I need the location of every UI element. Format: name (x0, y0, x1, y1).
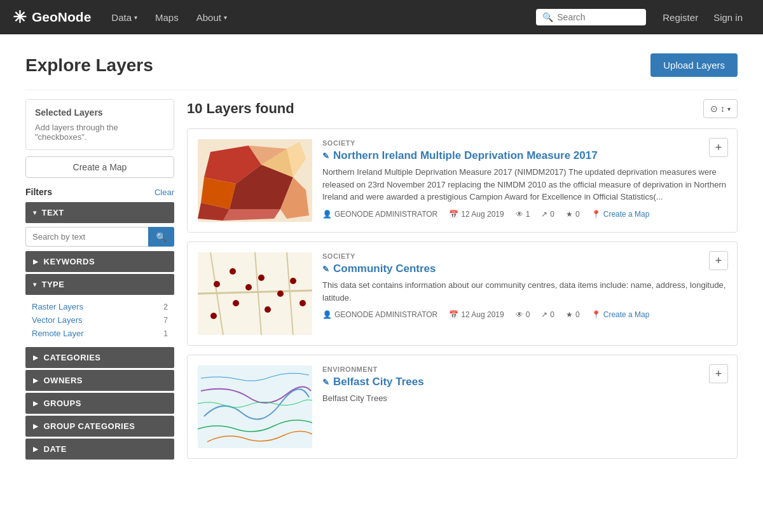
create-map-button[interactable]: Create a Map (25, 156, 174, 178)
keywords-filter-header[interactable]: ▶ KEYWORDS (25, 251, 174, 272)
svg-point-17 (245, 284, 252, 290)
create-map-link-1[interactable]: Create a Map (603, 210, 650, 219)
type-filter-item-raster: Raster Layers 2 (25, 300, 174, 313)
text-search-input[interactable] (25, 227, 148, 247)
map-pin-icon: 📍 (591, 210, 601, 219)
sort-order-icon: ↕ (720, 104, 725, 114)
signin-link[interactable]: Sign in (706, 12, 750, 23)
text-filter-label: TEXT (42, 208, 64, 217)
add-layer-button-2[interactable]: + (709, 251, 728, 270)
selected-layers-desc: Add layers through the "checkboxes". (35, 123, 165, 142)
search-icon: 🔍 (542, 12, 553, 22)
register-link[interactable]: Register (655, 12, 706, 23)
type-filter-header[interactable]: ▾ TYPE (25, 274, 174, 295)
calendar-icon: 📅 (449, 210, 458, 219)
layer-shares: ↗ 0 (541, 210, 554, 219)
sort-chevron-icon: ▾ (727, 106, 731, 113)
raster-layers-link[interactable]: Raster Layers (32, 302, 83, 311)
text-filter-section: ▾ TEXT 🔍 (25, 202, 174, 249)
remote-layer-link[interactable]: Remote Layer (32, 329, 84, 338)
results-count: 10 Layers found (187, 100, 294, 117)
owners-filter-arrow-icon: ▶ (33, 377, 39, 384)
page-title: Explore Layers (25, 55, 153, 76)
edit-icon: ✎ (322, 264, 329, 274)
owners-filter-label: OWNERS (44, 376, 83, 385)
sort-button[interactable]: ⊙ ↕ ▾ (703, 99, 738, 118)
layer-title[interactable]: ✎ Northern Ireland Multiple Deprivation … (322, 149, 727, 162)
vector-layers-count: 7 (163, 316, 168, 325)
group-categories-filter-section: ▶ GROUP CATEGORIES (25, 416, 174, 437)
star-icon: ★ (566, 310, 573, 319)
layer-card: SOCIETY ✎ Northern Ireland Multiple Depr… (187, 128, 738, 233)
add-layer-button-1[interactable]: + (709, 138, 728, 157)
layer-category: SOCIETY (322, 252, 727, 260)
nav-about[interactable]: About ▾ (188, 0, 236, 34)
layer-title[interactable]: ✎ Community Centres (322, 263, 727, 275)
layer-author: 👤 GEONODE ADMINISTRATOR (322, 210, 437, 219)
layer-card: ENVIRONMENT ✎ Belfast City Trees Belfast… (187, 355, 738, 459)
layer-info: SOCIETY ✎ Community Centres This data se… (322, 252, 727, 335)
add-layer-button-3[interactable]: + (709, 364, 728, 383)
categories-filter-header[interactable]: ▶ CATEGORIES (25, 347, 174, 368)
layer-info: SOCIETY ✎ Northern Ireland Multiple Depr… (322, 139, 727, 222)
sidebar: Selected Layers Add layers through the "… (25, 99, 174, 461)
layer-author: 👤 GEONODE ADMINISTRATOR (322, 310, 437, 319)
date-filter-header[interactable]: ▶ DATE (25, 439, 174, 460)
categories-filter-label: CATEGORIES (44, 353, 101, 362)
nav-maps[interactable]: Maps (146, 0, 188, 34)
layer-card: SOCIETY ✎ Community Centres This data se… (187, 242, 738, 346)
group-categories-filter-label: GROUP CATEGORIES (44, 421, 135, 431)
raster-layers-count: 2 (163, 303, 168, 311)
search-input[interactable] (557, 12, 640, 22)
svg-point-18 (233, 300, 239, 306)
groups-filter-header[interactable]: ▶ GROUPS (25, 393, 174, 414)
sort-icon: ⊙ (710, 104, 718, 114)
type-filter-label: TYPE (42, 280, 65, 289)
about-chevron-icon: ▾ (224, 14, 227, 21)
layer-thumbnail (198, 252, 312, 335)
owners-filter-section: ▶ OWNERS (25, 370, 174, 391)
layer-description: This data set contains information about… (322, 279, 727, 304)
keywords-filter-arrow-icon: ▶ (33, 258, 39, 265)
layer-create-map: 📍 Create a Map (591, 210, 650, 219)
date-filter-label: DATE (44, 444, 67, 454)
categories-filter-arrow-icon: ▶ (33, 354, 39, 361)
layer-thumbnail (198, 365, 312, 448)
owners-filter-header[interactable]: ▶ OWNERS (25, 370, 174, 391)
data-chevron-icon: ▾ (134, 14, 137, 21)
layer-views: 👁 0 (516, 310, 530, 319)
clear-filters-link[interactable]: Clear (155, 188, 174, 197)
keywords-filter-section: ▶ KEYWORDS (25, 251, 174, 272)
nav-about-label: About (196, 12, 221, 23)
brand-logo[interactable]: ✳ GeoNode (13, 8, 91, 27)
layer-title[interactable]: ✎ Belfast City Trees (322, 376, 727, 388)
remote-layer-count: 1 (163, 329, 168, 338)
layer-thumbnail (198, 139, 312, 222)
svg-point-21 (265, 306, 271, 313)
layer-meta: 👤 GEONODE ADMINISTRATOR 📅 12 Aug 2019 👁 … (322, 210, 727, 219)
results-area: 10 Layers found ⊙ ↕ ▾ (187, 99, 738, 468)
register-label: Register (663, 12, 698, 23)
vector-layers-link[interactable]: Vector Layers (32, 315, 83, 325)
text-search-button[interactable]: 🔍 (148, 227, 174, 247)
layer-description: Northern Ireland Multiple Deprivation Me… (322, 166, 727, 203)
svg-point-24 (299, 300, 306, 306)
layer-category: SOCIETY (322, 139, 727, 147)
text-filter-body: 🔍 (25, 223, 174, 249)
text-filter-header[interactable]: ▾ TEXT (25, 202, 174, 223)
layer-shares: ↗ 0 (541, 310, 554, 319)
type-filter-body: Raster Layers 2 Vector Layers 7 Remote L… (25, 295, 174, 345)
layer-views: 👁 1 (516, 210, 530, 219)
layer-stars: ★ 0 (566, 310, 580, 319)
edit-icon: ✎ (322, 378, 329, 387)
upload-layers-button[interactable]: Upload Layers (650, 53, 738, 77)
type-filter-arrow-icon: ▾ (33, 281, 37, 288)
create-map-link-2[interactable]: Create a Map (603, 310, 650, 319)
group-categories-filter-header[interactable]: ▶ GROUP CATEGORIES (25, 416, 174, 437)
eye-icon: 👁 (516, 210, 523, 219)
svg-point-15 (214, 281, 220, 287)
text-filter-arrow-icon: ▾ (33, 209, 37, 216)
nav-data[interactable]: Data ▾ (102, 0, 146, 34)
svg-point-16 (230, 268, 236, 275)
map-pin-icon: 📍 (591, 310, 601, 319)
